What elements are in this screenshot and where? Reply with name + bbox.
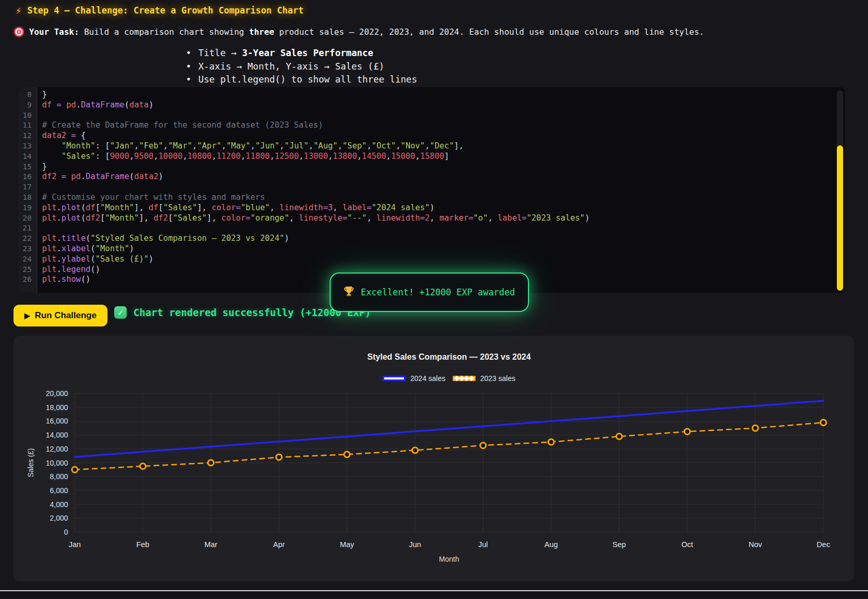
task-row: Your Task: Build a comparison chart show… bbox=[14, 27, 704, 37]
toast-text: Excellent! +12000 EXP awarded bbox=[361, 287, 515, 297]
code-line: 17 bbox=[18, 182, 836, 193]
code-line: 22plt.title("Styled Sales Comparison — 2… bbox=[18, 234, 836, 244]
code-line: 23plt.xlabel("Month") bbox=[18, 244, 836, 254]
task-text: Your Task: Build a comparison chart show… bbox=[29, 27, 704, 37]
svg-text:Jan: Jan bbox=[69, 540, 80, 549]
next-section-background bbox=[0, 591, 868, 599]
svg-text:10,000: 10,000 bbox=[46, 459, 68, 467]
play-icon: ▶ bbox=[24, 311, 30, 320]
code-line: 16df2 = pd.DataFrame(data2) bbox=[18, 172, 836, 182]
code-line: 12data2 = { bbox=[18, 131, 836, 141]
svg-text:Aug: Aug bbox=[545, 540, 558, 549]
step-title: Step 4 — Challenge: Create a Growth Comp… bbox=[27, 5, 303, 16]
requirement-item: •Use plt.legend() to show all three line… bbox=[186, 73, 417, 87]
code-line: 24plt.ylabel("Sales (£)") bbox=[18, 254, 836, 265]
svg-text:12,000: 12,000 bbox=[46, 445, 68, 453]
svg-text:Sales (£): Sales (£) bbox=[26, 448, 35, 477]
code-editor[interactable]: 8}9df = pd.DataFrame(data)1011# Create t… bbox=[18, 87, 845, 293]
code-line: 18# Customise your chart with styles and… bbox=[18, 193, 836, 203]
code-lines[interactable]: 8}9df = pd.DataFrame(data)1011# Create t… bbox=[18, 90, 836, 285]
code-line: 19plt.plot(df["Month"], df["Sales"], col… bbox=[18, 203, 836, 213]
run-challenge-button[interactable]: ▶ Run Challenge bbox=[13, 305, 107, 326]
exp-toast: Excellent! +12000 EXP awarded bbox=[330, 273, 529, 312]
sales-chart-canvas[interactable]: 02,0004,0006,0008,00010,00012,00014,0001… bbox=[13, 336, 854, 581]
svg-text:Sep: Sep bbox=[613, 540, 626, 549]
svg-text:8,000: 8,000 bbox=[50, 472, 68, 481]
svg-text:18,000: 18,000 bbox=[46, 403, 68, 412]
code-line: 13 "Month": ["Jan","Feb","Mar","Apr","Ma… bbox=[18, 141, 836, 152]
code-line: 20plt.plot(df2["Month"], df2["Sales"], c… bbox=[18, 213, 836, 224]
code-line: 8} bbox=[18, 90, 836, 100]
target-icon bbox=[14, 27, 24, 37]
svg-text:Month: Month bbox=[439, 555, 459, 563]
code-line: 15} bbox=[18, 162, 836, 172]
svg-text:Oct: Oct bbox=[682, 540, 694, 549]
svg-text:20,000: 20,000 bbox=[46, 389, 68, 398]
svg-text:Apr: Apr bbox=[273, 540, 285, 549]
trophy-icon bbox=[344, 286, 354, 298]
svg-text:Nov: Nov bbox=[749, 540, 763, 549]
svg-text:16,000: 16,000 bbox=[46, 417, 68, 425]
svg-text:4,000: 4,000 bbox=[50, 500, 68, 509]
chart-panel: Styled Sales Comparison — 2023 vs 2024 2… bbox=[13, 336, 854, 581]
requirement-item: •Title → 3-Year Sales Performance bbox=[186, 47, 417, 60]
code-line: 10 bbox=[18, 111, 836, 121]
svg-text:Mar: Mar bbox=[205, 540, 218, 549]
svg-text:Jul: Jul bbox=[478, 540, 488, 549]
code-line: 9df = pd.DataFrame(data) bbox=[18, 100, 836, 111]
svg-text:Jun: Jun bbox=[409, 540, 421, 549]
editor-scrollbar-thumb[interactable] bbox=[837, 145, 843, 291]
svg-text:Feb: Feb bbox=[137, 540, 150, 549]
svg-text:6,000: 6,000 bbox=[50, 486, 68, 495]
svg-text:14,000: 14,000 bbox=[46, 431, 68, 439]
code-line: 11# Create the DataFrame for the second … bbox=[18, 120, 836, 131]
code-line: 21 bbox=[18, 223, 836, 234]
step-header: ⚡ Step 4 — Challenge: Create a Growth Co… bbox=[16, 5, 304, 16]
code-line: 14 "Sales": [9000,9500,10000,10800,11200… bbox=[18, 152, 836, 162]
requirements-list: •Title → 3-Year Sales Performance •X-axi… bbox=[186, 47, 417, 87]
lightning-icon: ⚡ bbox=[16, 5, 21, 16]
svg-text:May: May bbox=[340, 540, 355, 549]
checkbox-icon: ✓ bbox=[114, 306, 127, 319]
svg-text:0: 0 bbox=[64, 528, 68, 536]
svg-text:2,000: 2,000 bbox=[50, 514, 68, 522]
svg-text:Dec: Dec bbox=[817, 540, 830, 549]
requirement-item: •X-axis → Month, Y-axis → Sales (£) bbox=[186, 60, 417, 74]
